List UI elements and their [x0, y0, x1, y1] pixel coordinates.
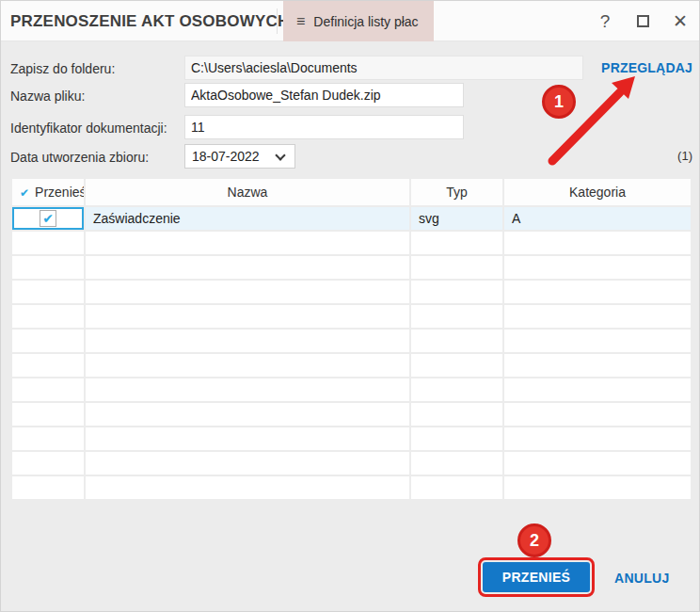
column-header-kategoria[interactable]: Kategoria	[504, 179, 691, 205]
maximize-icon	[637, 15, 649, 27]
check-icon: ✔	[20, 186, 29, 200]
table-row-empty	[12, 305, 691, 328]
cell-kategoria[interactable]: A	[504, 207, 691, 230]
table-row-empty	[12, 403, 691, 426]
row-checkbox-cell[interactable]: ✔	[12, 207, 84, 230]
help-button[interactable]: ?	[586, 1, 624, 41]
table-row-empty	[12, 452, 691, 475]
table-row-empty	[12, 232, 691, 254]
table-row-empty	[12, 354, 691, 377]
creation-date-value: 18-07-2022	[192, 149, 260, 164]
table-row-empty	[12, 378, 691, 401]
menu-icon: ≡	[296, 13, 305, 30]
file-name-input[interactable]	[184, 83, 464, 107]
titlebar: PRZENOSZENIE AKT OSOBOWYCH ≡ Definicja l…	[1, 1, 699, 41]
help-icon: ?	[600, 11, 611, 32]
save-folder-input[interactable]	[184, 56, 583, 80]
window-controls: ? ✕	[586, 1, 699, 41]
table-row-empty	[12, 256, 691, 279]
table-row-empty	[12, 476, 691, 499]
row-count-badge: (1)	[677, 149, 692, 163]
doc-id-input[interactable]	[184, 115, 464, 139]
checkbox-checked[interactable]: ✔	[40, 210, 56, 227]
table-row-empty	[12, 330, 691, 352]
creation-date-dropdown[interactable]: 18-07-2022	[184, 144, 295, 169]
close-icon: ✕	[673, 10, 688, 32]
label-creation-date: Data utworzenia zbioru:	[10, 150, 149, 165]
column-header-przenies[interactable]: ✔Przenieś	[12, 179, 84, 205]
cancel-button[interactable]: ANULUJ	[614, 571, 670, 586]
titlebar-divider	[277, 8, 278, 34]
transfer-button[interactable]: PRZENIEŚ	[483, 562, 590, 592]
tab-label: Definicja listy płac	[313, 14, 418, 29]
annotation-step-1: 1	[542, 85, 576, 119]
table-row: ✔ Zaświadczenie svg A	[12, 207, 691, 230]
annotation-arrow	[537, 67, 650, 170]
close-button[interactable]: ✕	[661, 1, 699, 41]
column-header-nazwa[interactable]: Nazwa	[86, 179, 409, 205]
cell-nazwa[interactable]: Zaświadczenie	[86, 207, 409, 230]
label-doc-id: Identyfikator dokumentacji:	[10, 121, 167, 136]
chevron-down-icon	[275, 150, 285, 160]
annotation-step-2: 2	[517, 523, 551, 557]
table-row-empty	[12, 427, 691, 450]
dialog-title: PRZENOSZENIE AKT OSOBOWYCH	[10, 1, 289, 41]
dialog-window: PRZENOSZENIE AKT OSOBOWYCH ≡ Definicja l…	[0, 0, 700, 612]
documents-table: ✔Przenieś Nazwa Typ Kategoria ✔ Zaświadc…	[10, 177, 692, 501]
maximize-button[interactable]	[624, 1, 661, 41]
column-header-typ[interactable]: Typ	[411, 179, 502, 205]
tab-definicja-listy-plac[interactable]: ≡ Definicja listy płac	[283, 1, 434, 41]
cell-typ[interactable]: svg	[411, 207, 502, 230]
table-header-row: ✔Przenieś Nazwa Typ Kategoria	[12, 179, 691, 205]
label-file-name: Nazwa pliku:	[10, 89, 85, 104]
label-save-folder: Zapisz do folderu:	[10, 61, 115, 76]
table-row-empty	[12, 281, 691, 303]
